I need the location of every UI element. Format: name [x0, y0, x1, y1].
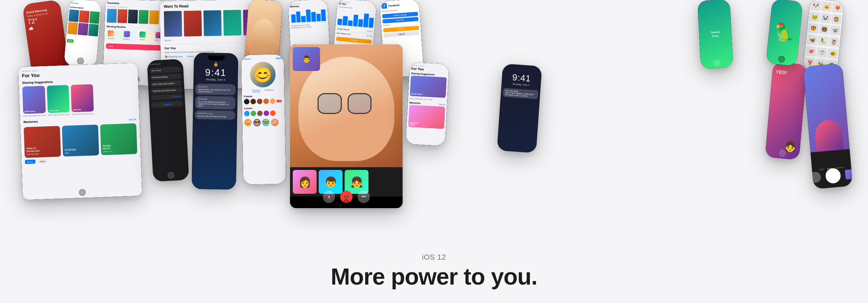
tagline: More power to you.	[331, 264, 537, 289]
frames-row	[244, 98, 283, 104]
wtr-book	[203, 10, 221, 36]
memoji-option[interactable]: 🤓	[262, 119, 270, 126]
lens-option[interactable]	[257, 111, 263, 116]
memory-2: IN NATURE2018	[62, 125, 99, 157]
sticker[interactable]: 🦋	[807, 34, 818, 45]
person-face	[299, 57, 394, 161]
sticker[interactable]: 🐙	[806, 46, 817, 57]
lenses-label: Lenses	[244, 106, 283, 110]
wtr-tab-library[interactable]: Library	[187, 55, 194, 58]
play-button[interactable]: ▶ Play	[25, 160, 36, 164]
more-button[interactable]: •••	[358, 191, 370, 203]
camera-subject	[814, 119, 844, 152]
cancel-label: Cancel	[711, 30, 720, 34]
settings-button[interactable]: Settings	[336, 37, 372, 44]
mute-button[interactable]: 🔇	[323, 191, 335, 203]
lens-option[interactable]	[264, 111, 269, 116]
frame-color-picker	[276, 100, 282, 102]
shutter-button[interactable]	[825, 168, 841, 184]
sticker[interactable]: 🦈	[816, 47, 828, 58]
book-cover	[88, 24, 99, 37]
lenses-section: Lenses	[244, 106, 283, 116]
sharing-photo-3: Napili Bay Share with Lynna and 4 more	[71, 84, 94, 115]
done-memoji[interactable]: Done	[276, 57, 282, 59]
dnd-option-1[interactable]: For 1 hour	[149, 67, 182, 74]
wtr-tab-reading-now[interactable]: 📚 Reading Now	[165, 55, 183, 58]
dnd-option-3[interactable]: Until I leave this location	[150, 80, 182, 87]
mem-bar	[321, 9, 326, 21]
sharing-photo-2: Crissy Field Share with Dean and 2 more	[47, 85, 70, 116]
iphone-x-lock: 🔒 9:41 Monday, June 4 MESSAGES Michael D…	[192, 53, 238, 190]
lock-date: Monday, June 4	[196, 78, 236, 82]
frame-option[interactable]	[257, 99, 262, 104]
dnd-option-4[interactable]: Until the end of this event	[150, 87, 183, 94]
facetime-main-person: 👨	[290, 44, 403, 167]
sticker[interactable]: 🐶	[810, 0, 822, 11]
routine-item: Calendar	[138, 30, 153, 42]
lens-option[interactable]	[270, 110, 276, 116]
dnd-cancel-button[interactable]: Cancel	[151, 101, 183, 108]
memoji-header: Cancel Done	[243, 57, 282, 60]
done-label: Done	[711, 34, 720, 38]
frame-option[interactable]	[263, 99, 269, 104]
sticker[interactable]: 🦉	[828, 37, 840, 47]
sticker[interactable]: 🦜	[818, 35, 829, 46]
iphone-green: Cancel Done	[697, 0, 733, 69]
memoji-option[interactable]: 😏	[271, 118, 278, 126]
sticker[interactable]: 🐨	[829, 25, 841, 36]
now-button[interactable]: NOW	[67, 39, 74, 43]
notification-4th-of-july: MESSAGES 4th of July BBQ Summer Bash inv…	[195, 96, 236, 110]
flash-button[interactable]	[809, 171, 821, 183]
iphone-memoji: Cancel Done 😊 Eyewear Headwear Frames	[241, 54, 286, 185]
camera-controls	[809, 167, 853, 185]
sticker[interactable]: 🐸	[809, 12, 820, 22]
headwear-tab[interactable]: Headwear	[264, 89, 274, 92]
iphone-camera: VIDEO PHOTO PORTRAIT	[803, 63, 853, 189]
memoji-options-row: 😄 😎 🤓 😏	[244, 118, 283, 127]
memory-bar-chart	[290, 7, 327, 23]
sticker[interactable]: 🦊	[832, 2, 843, 13]
home-button-facetime[interactable]	[343, 199, 350, 206]
ess-book	[128, 10, 138, 24]
routine-icon	[140, 31, 146, 38]
dnd-option-2[interactable]: Until this evening	[150, 73, 182, 81]
sharing-info: Share with Karina and 4 more	[410, 97, 446, 101]
cancel-memoji[interactable]: Cancel	[243, 58, 251, 60]
frames-section: Frames	[244, 95, 283, 104]
lens-option[interactable]	[251, 111, 256, 116]
sticker[interactable]: 🐠	[827, 48, 838, 59]
see-all-memories[interactable]: See All	[129, 118, 136, 121]
sticker[interactable]: 🐱	[821, 1, 833, 12]
sticker[interactable]: 🐻	[819, 24, 830, 35]
sticker[interactable]: 🐼	[820, 13, 831, 23]
chart-bar	[337, 19, 343, 25]
memoji-option[interactable]: 😎	[253, 119, 261, 126]
frames-label: Frames	[244, 95, 283, 98]
memoji-tabs: Eyewear Headwear	[244, 89, 282, 92]
dnd-schedule[interactable]: Schedule	[151, 94, 183, 100]
frame-option[interactable]	[270, 98, 275, 104]
facebook-logo: f	[381, 3, 387, 9]
camera-viewfinder	[803, 63, 850, 153]
essentials-title: Essentials	[107, 2, 119, 4]
ess-book	[117, 9, 127, 23]
see-all-siri[interactable]: See All	[439, 103, 445, 105]
sticker[interactable]: 🦁	[831, 14, 842, 25]
memories-row: PARIS TOBARCELONAAPR 2016 TRIP IN NATURE…	[24, 123, 137, 158]
chart-bar	[368, 17, 374, 28]
last-photo-thumbnail[interactable]	[845, 169, 853, 179]
iphone-stickers: 🐶 🐱 🦊 🐸 🐼 🦁 🐯 🐻 🐨 🦋 🦜 🦉 🐙 🦈 🐠 🦞 🐝 🦚	[803, 0, 844, 73]
books-grid	[67, 9, 101, 37]
book-cover	[69, 9, 79, 22]
notification-messages: MESSAGES Michael Dils: Hey hope this isn…	[195, 84, 236, 95]
share-button[interactable]: Share	[38, 159, 48, 163]
eyewear-tab[interactable]: Eyewear	[252, 89, 260, 92]
sticker[interactable]: 🐯	[808, 23, 819, 34]
lens-option[interactable]	[244, 111, 250, 116]
screentime-detail: Longest Session 2h 20m After Bedtime Lin…	[336, 27, 373, 38]
frame-option[interactable]	[250, 99, 256, 104]
facetime-participant-1: 👨	[293, 47, 320, 71]
memoji-option[interactable]: 😄	[244, 119, 252, 127]
frame-option[interactable]	[244, 99, 249, 104]
chart-bar	[343, 16, 348, 26]
